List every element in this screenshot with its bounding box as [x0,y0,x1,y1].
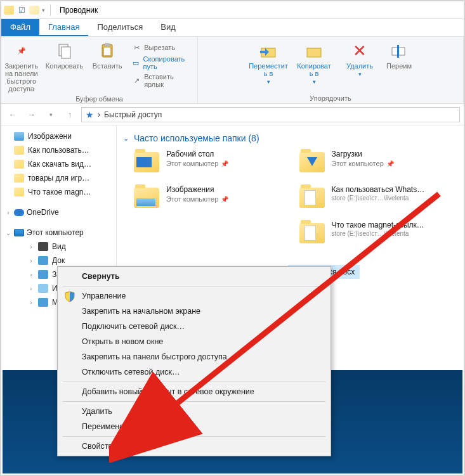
move-icon [258,41,278,61]
shield-icon [64,291,75,302]
folder-location: store (E:)\seo\ст…\livelenta [332,230,424,237]
folder-icon [14,174,24,183]
properties-icon[interactable]: ☑ [16,5,27,15]
svg-rect-4 [104,48,110,55]
folder-icon [133,185,160,210]
tab-view[interactable]: Вид [152,19,185,36]
folder-name: Изображения [166,185,228,194]
cm-collapse[interactable]: Свернуть [59,269,329,284]
folder-downloads[interactable]: Загрузки Этот компьютер📌 [299,150,458,175]
pin-quick-access-button[interactable]: 📌 Закрепить на панели быстрого доступа [3,39,41,94]
folder-images[interactable]: Изображения Этот компьютер📌 [133,185,292,210]
copy-button[interactable]: Копировать [44,39,84,71]
video-icon [38,242,48,251]
shortcut-icon: ↗ [131,75,141,86]
onedrive-icon [14,209,24,216]
folder-icon [14,160,24,169]
cm-disconnect-network-drive[interactable]: Отключить сетевой диск… [59,364,329,380]
cm-open-new-window[interactable]: Открыть в новом окне [59,334,329,349]
folder-whatsapp-guide[interactable]: Как пользоваться Whats… store (E:)\seo\с… [299,185,458,210]
music-icon [38,298,48,307]
folder-desktop[interactable]: Рабочий стол Этот компьютер📌 [133,150,292,175]
window-title: Проводник [60,6,98,15]
file-menu[interactable]: Файл [1,19,39,36]
cm-manage[interactable]: Управление [59,288,329,304]
download-icon [38,270,48,279]
cm-pin-quick-access[interactable]: Закрепить на панели быстрого доступа [59,349,329,364]
pin-icon: 📌 [221,196,228,203]
pin-icon: 📌 [386,160,394,167]
chevron-right-icon[interactable]: › [5,209,11,216]
folder-location: store (E:)\seo\ст…\livelenta [332,195,425,202]
folder-name: Как пользоваться Whats… [332,185,425,194]
cut-button[interactable]: ✂ Вырезать [130,42,196,53]
sidebar-item-folder-2[interactable]: Как скачать вид… [1,157,116,171]
folder-icon [299,150,325,175]
document-icon [38,256,48,265]
ribbon-group-clipboard: 📌 Закрепить на панели быстрого доступа К… [1,37,198,103]
menubar: Файл Главная Поделиться Вид [1,19,464,37]
delete-button[interactable]: ✕ Удалить ▾ [339,39,381,79]
svg-rect-3 [105,43,110,46]
nav-back-button[interactable]: ← [5,107,20,122]
paste-button[interactable]: Вставить [88,39,126,71]
sidebar-item-images[interactable]: Изображени [1,129,116,143]
breadcrumb[interactable]: Быстрый доступ [104,110,162,119]
group-label-organize: Упорядочить [310,94,351,102]
paste-shortcut-button[interactable]: ↗ Вставить ярлык [130,72,196,89]
folder-icon [14,146,24,155]
picture-icon [14,132,24,141]
sidebar-item-this-pc[interactable]: ⌄ Этот компьютер [1,224,116,240]
folder-name: Загрузки [332,150,394,158]
folder-icon [133,150,160,175]
pc-icon [14,229,24,236]
rename-button[interactable]: Переим [384,39,414,71]
copy-path-button[interactable]: ▭ Скопировать путь [130,55,196,71]
sidebar-item-folder-4[interactable]: Что такое magn… [1,185,116,199]
folder-icon [14,188,24,196]
folder-location: Этот компьютер📌 [166,195,228,203]
folder-location: Этот компьютер📌 [332,160,394,167]
nav-up-button[interactable]: ↑ [62,107,77,122]
chevron-down-icon[interactable]: ⌄ [123,134,129,143]
sidebar-item-folder-1[interactable]: Как пользовать… [1,143,116,157]
folder-location: Этот компьютер📌 [166,160,228,167]
rename-icon [389,41,409,61]
svg-rect-1 [62,47,70,58]
sidebar-item-videos[interactable]: ›Вид [1,240,116,254]
qat-dropdown-icon[interactable] [29,5,39,15]
ribbon-group-organize: Переместит ь в ▾ Копироват ь в ▾ ✕ Удали… [198,37,464,103]
pin-icon: 📌 [221,160,228,167]
nav-forward-button[interactable]: → [24,107,39,122]
breadcrumb-sep: › [98,110,100,119]
addressbar: ← → ▾ ↑ ★ › Быстрый доступ [1,104,464,125]
tab-share[interactable]: Поделиться [88,19,152,36]
cm-delete[interactable]: Удалить [59,404,329,419]
path-icon: ▭ [131,58,140,68]
chevron-down-icon[interactable]: ⌄ [5,229,11,236]
cm-map-network-drive[interactable]: Подключить сетевой диск… [59,319,329,334]
divider [50,4,51,16]
folder-icon [299,185,325,210]
address-input[interactable]: ★ › Быстрый доступ [81,107,460,122]
tab-home[interactable]: Главная [39,19,88,36]
move-to-button[interactable]: Переместит ь в ▾ [247,39,289,86]
ribbon: 📌 Закрепить на панели быстрого доступа К… [1,37,464,104]
copy-to-button[interactable]: Копироват ь в ▾ [293,39,335,86]
copy-to-icon [304,41,324,61]
scissors-icon: ✂ [131,42,141,53]
section-frequent-folders[interactable]: ⌄ Часто используемые папки (8) [123,131,457,150]
folder-name: Рабочий стол [166,150,228,158]
quick-access-icon: ★ [86,110,94,120]
delete-icon: ✕ [350,41,370,61]
cm-add-network-location[interactable]: Добавить новый элемент в сетевое окружен… [59,384,329,399]
cm-properties[interactable]: Свойства [59,439,329,454]
pin-icon: 📌 [11,41,32,61]
sidebar-item-onedrive[interactable]: › OneDrive [1,204,116,219]
cm-pin-start[interactable]: Закрепить на начальном экране [59,304,329,319]
sidebar-item-documents[interactable]: ›Док [1,254,116,267]
folder-magnet-guide[interactable]: Что такое magnet-ссылк… store (E:)\seo\с… [299,221,458,246]
cm-rename[interactable]: Переименов [59,419,329,434]
sidebar-item-folder-3[interactable]: товары для игр… [1,171,116,185]
nav-history-dropdown[interactable]: ▾ [43,107,58,122]
